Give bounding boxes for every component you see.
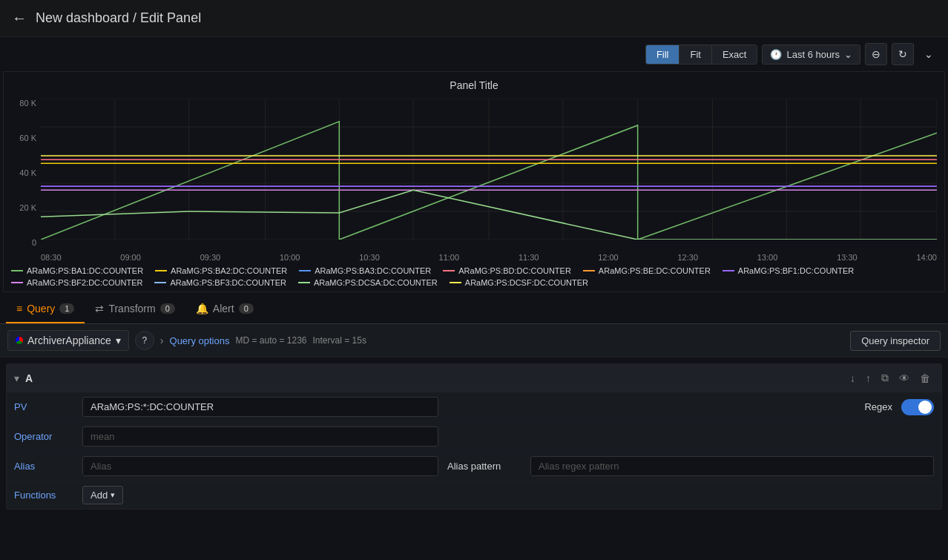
transform-tab-label: Transform [108,303,155,314]
chart-panel: Panel Title [3,71,945,292]
alias-pattern-label: Alias pattern [447,461,521,472]
legend-color [11,282,23,283]
exact-button[interactable]: Exact [712,45,757,64]
functions-label: Functions [14,490,73,501]
alert-tab-label: Alert [213,303,234,314]
query-bar: ArchiverAppliance ▾ ? › Query options MD… [0,324,948,358]
regex-label: Regex [864,401,892,412]
query-tab-badge: 1 [59,303,74,314]
query-section-letter: A [25,372,33,384]
functions-row: Functions Add ▾ [7,481,941,509]
list-item: ARaMG:PS:BD:DC:COUNTER [443,266,571,275]
fit-button[interactable]: Fit [679,45,711,64]
back-button[interactable]: ← [12,10,27,27]
alias-row: Alias Alias pattern [7,452,941,481]
refresh-button[interactable]: ↻ [892,43,914,65]
pv-input[interactable] [82,397,438,417]
add-function-label: Add [90,490,108,501]
query-options-interval: Interval = 15s [313,335,366,346]
tab-query[interactable]: ≡ Query 1 [6,295,85,323]
move-down-button[interactable]: ↓ [846,370,859,386]
legend-color [722,270,734,271]
chart-area: 80 K 60 K 40 K 20 K 0 08:30 09:00 09:30 … [4,99,944,262]
operator-input[interactable] [82,426,438,447]
operator-row: Operator [7,422,941,452]
list-item: ARaMG:PS:BF1:DC:COUNTER [722,266,854,275]
clock-icon: 🕐 [770,49,782,60]
section-actions: ↓ ↑ ⧉ 👁 🗑 [846,370,934,386]
help-button[interactable]: ? [135,331,154,350]
delete-button[interactable]: 🗑 [916,370,934,386]
header: ← New dashboard / Edit Panel [0,0,948,37]
query-section-header: ▾ A ↓ ↑ ⧉ 👁 🗑 [7,364,941,392]
regex-toggle[interactable] [901,399,934,415]
alert-tab-badge: 0 [239,303,254,314]
alias-input[interactable] [82,456,438,476]
time-chevron-icon: ⌄ [844,49,852,60]
x-axis: 08:30 09:00 09:30 10:00 10:30 11:00 11:3… [41,253,937,262]
list-item: ARaMG:PS:BF2:DC:COUNTER [11,278,142,287]
list-item: ARaMG:PS:BE:DC:COUNTER [583,266,711,275]
list-item: ARaMG:PS:DCSF:DC:COUNTER [450,278,588,287]
collapse-chevron-icon[interactable]: ▾ [14,372,19,384]
chart-title: Panel Title [4,72,944,99]
add-chevron-icon: ▾ [111,490,115,500]
pv-row: PV Regex [7,392,941,422]
more-options-button[interactable]: ⌄ [918,44,939,65]
fill-button[interactable]: Fill [646,45,680,64]
y-axis: 80 K 60 K 40 K 20 K 0 [4,99,36,262]
datasource-label: ArchiverAppliance [27,335,111,346]
tab-transform[interactable]: ⇄ Transform 0 [85,295,185,323]
legend-color [11,270,23,271]
time-range-label: Last 6 hours [786,49,840,60]
hide-button[interactable]: 👁 [895,370,913,386]
list-item: ARaMG:PS:BA2:DC:COUNTER [155,266,287,275]
chart-svg [41,99,937,240]
datasource-selector[interactable]: ArchiverAppliance ▾ [7,330,129,351]
legend-color [298,282,310,283]
datasource-icon [16,337,23,344]
toggle-knob [918,401,932,414]
query-tab-label: Query [27,303,55,314]
time-range-button[interactable]: 🕐 Last 6 hours ⌄ [762,45,860,65]
add-function-button[interactable]: Add ▾ [82,486,123,504]
datasource-chevron-icon: ▾ [116,335,121,346]
alias-label: Alias [14,461,73,472]
query-section-a: ▾ A ↓ ↑ ⧉ 👁 🗑 PV Regex Operator Alias Al… [6,363,942,510]
duplicate-button[interactable]: ⧉ [878,370,892,386]
query-options-link[interactable]: Query options [170,335,230,346]
operator-label: Operator [14,431,73,442]
legend-color [583,270,595,271]
zoom-out-button[interactable]: ⊖ [865,43,887,65]
alert-tab-icon: 🔔 [196,303,208,314]
legend-color [154,282,166,283]
toolbar: Fill Fit Exact 🕐 Last 6 hours ⌄ ⊖ ↻ ⌄ [0,37,948,71]
list-item: ARaMG:PS:BA1:DC:COUNTER [11,266,143,275]
list-item: ARaMG:PS:DCSA:DC:COUNTER [298,278,438,287]
query-options-arrow-icon: › [160,335,164,346]
transform-tab-badge: 0 [160,303,175,314]
query-tab-icon: ≡ [16,303,22,314]
legend-color [450,282,461,283]
query-inspector-button[interactable]: Query inspector [850,331,941,351]
list-item: ARaMG:PS:BF3:DC:COUNTER [154,278,286,287]
query-options-md: MD = auto = 1236 [235,335,306,346]
legend-color [299,270,311,271]
tab-alert[interactable]: 🔔 Alert 0 [185,295,264,323]
move-up-button[interactable]: ↑ [862,370,875,386]
transform-tab-icon: ⇄ [95,303,104,314]
query-tabs: ≡ Query 1 ⇄ Transform 0 🔔 Alert 0 [0,295,948,324]
chart-legend: ARaMG:PS:BA1:DC:COUNTER ARaMG:PS:BA2:DC:… [4,262,944,291]
legend-color [155,270,167,271]
legend-color [443,270,455,271]
pv-label: PV [14,401,73,412]
list-item: ARaMG:PS:BA3:DC:COUNTER [299,266,431,275]
page-title: New dashboard / Edit Panel [36,10,201,26]
alias-pattern-input[interactable] [530,456,934,476]
view-mode-group: Fill Fit Exact [645,45,758,65]
